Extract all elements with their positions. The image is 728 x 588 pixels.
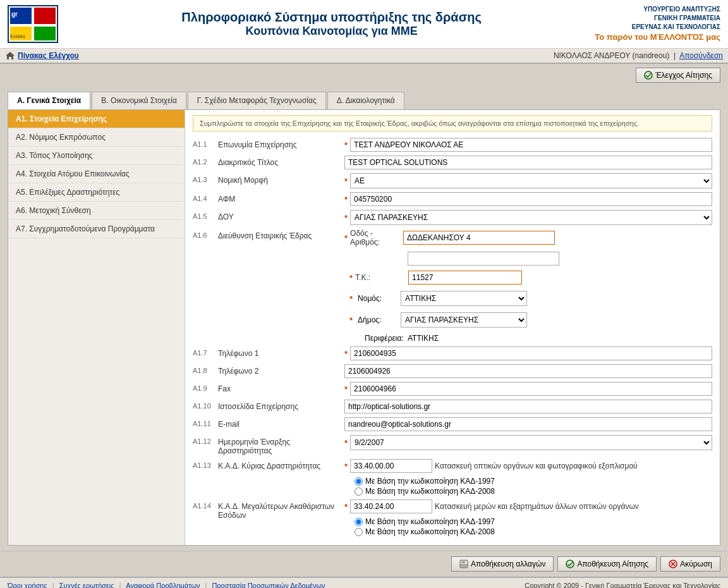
sidebar-item-A7[interactable]: Α7. Συγχρηματοδοτούμενα Προγράμματα [8, 220, 185, 238]
field-label-A1-12: Ημερομηνία Έναρξης Δραστηριότητας [218, 435, 344, 455]
required-star-A1-9: * [344, 384, 348, 394]
field-value-A1-9: * [344, 382, 712, 396]
ministry-line3: ΕΡΕΥΝΑΣ ΚΑΙ ΤΕΧΝΟΛΟΓΙΑΣ [595, 23, 720, 32]
dashboard-link[interactable]: Πίνακας Ελέγχου [18, 51, 79, 60]
check-application-button[interactable]: Έλεγχος Αίτησης [636, 68, 720, 83]
kad1-radio2-label: Με Βάση την κωδικοποίηση ΚΑΔ-2008 [365, 487, 495, 496]
field-row-A1-11: A1.11 E-mail [193, 417, 712, 431]
input-street[interactable] [403, 231, 555, 245]
field-row-A1-10: A1.10 Ιστοσελίδα Επιχείρησης [193, 400, 712, 413]
kad2-radio-group: Με Βάση την κωδικοποίηση ΚΑΔ-1997 Με Βάσ… [355, 517, 495, 536]
save-changes-button[interactable]: Αποθήκευση αλλαγών [451, 556, 554, 572]
street-label: Οδός - Αριθμός: [350, 229, 401, 247]
field-label-A1-10: Ιστοσελίδα Επιχείρησης [218, 400, 344, 411]
kad1-input-row: * Κατασκευή οπτικών οργάνων και φωτογραφ… [344, 459, 638, 473]
field-value-A1-7: * [344, 346, 712, 360]
input-A1-4[interactable] [350, 192, 712, 206]
input-A1-13[interactable] [350, 459, 432, 473]
required-star-nomos: * [349, 294, 353, 303]
kad1-radio-group: Με Βάση την κωδικοποίηση ΚΑΔ-1997 Με Βάσ… [355, 477, 495, 496]
select-dimos[interactable]: ΑΓΙΑΣ ΠΑΡΑΣΚΕΥΗΣ [401, 312, 527, 328]
field-id-A1-14: A1.14 [193, 499, 218, 510]
field-row-A1-12: A1.12 Ημερομηνία Έναρξης Δραστηριότητας … [193, 435, 712, 455]
navbar-right: ΝΙΚΟΛΑΟΣ ΑΝΔΡΕΟΥ (nandreou) | Αποσύνδεση [554, 51, 723, 60]
field-id-A1-12: A1.12 [193, 435, 218, 445]
kad2-radio2-input[interactable] [355, 528, 363, 536]
sidebar-item-A1[interactable]: Α1. Στοιχεία Επιχείρησης [8, 110, 185, 128]
input-A1-8[interactable] [344, 364, 712, 378]
sidebar-item-A2[interactable]: Α2. Νόμιμος Εκπρόσωπος [8, 128, 185, 147]
sidebar-item-A5[interactable]: Α5. Επιλέξιμες Δραστηριότητες [8, 183, 185, 202]
ministry-line2: ΓΕΝΙΚΗ ΓΡΑΜΜΑΤΕΙΑ [595, 14, 720, 23]
field-id-A1-3: A1.3 [193, 173, 218, 183]
footer-link-privacy[interactable]: Προστασία Προσωπικών Δεδομένων [212, 582, 325, 588]
save-icon [459, 560, 468, 568]
field-row-A1-9: A1.9 Fax * [193, 382, 712, 396]
logout-link[interactable]: Αποσύνδεση [679, 51, 723, 60]
required-star-A1-1: * [344, 140, 348, 150]
field-label-A1-3: Νομική Μορφή [218, 173, 344, 185]
kad2-radio1[interactable]: Με Βάση την κωδικοποίηση ΚΑΔ-1997 [355, 517, 495, 526]
field-id-A1-2: A1.2 [193, 156, 218, 166]
kad1-radio2[interactable]: Με Βάση την κωδικοποίηση ΚΑΔ-2008 [355, 487, 495, 496]
sidebar-item-A3[interactable]: Α3. Τόπος Υλοποίησης [8, 147, 185, 165]
cancel-icon [669, 560, 677, 568]
form-area: Συμπληρώστε τα στοιχεία της Επιχείρησης … [185, 110, 720, 545]
required-star-tk: * [349, 273, 353, 283]
field-id-A1-10: A1.10 [193, 400, 218, 410]
field-value-A1-3: * ΑΕ [344, 173, 712, 188]
main-tabs: Α. Γενικά Στοιχεία Β. Οικονομικά Στοιχεί… [8, 92, 720, 109]
footer-links: Όροι χρήσης | Συχνές ερωτήσεις | Αναφορά… [8, 582, 325, 588]
required-star-A1-12: * [344, 438, 348, 448]
field-id-A1-4: A1.4 [193, 192, 218, 202]
tab-b[interactable]: Β. Οικονομικά Στοιχεία [92, 92, 186, 109]
input-A1-2[interactable] [344, 156, 712, 169]
save-changes-label: Αποθήκευση αλλαγών [471, 560, 546, 568]
field-label-A1-9: Fax [218, 382, 344, 393]
input-A1-9[interactable] [350, 382, 712, 396]
kad2-radio1-input[interactable] [355, 518, 363, 526]
input-A1-10[interactable] [344, 400, 712, 413]
kad2-radio2[interactable]: Με Βάση την κωδικοποίηση ΚΑΔ-2008 [355, 527, 495, 536]
footer-link-terms[interactable]: Όροι χρήσης [8, 582, 47, 588]
field-row-A1-14: A1.14 Κ.Α.Δ. Μεγαλύτερων Ακαθάριστων Εσό… [193, 499, 712, 536]
kad1-radio1-input[interactable] [355, 477, 363, 486]
kad1-radio1[interactable]: Με Βάση την κωδικοποίηση ΚΑΔ-1997 [355, 477, 495, 486]
field-id-A1-8: A1.8 [193, 364, 218, 374]
sidebar-item-A6[interactable]: Α6. Μετοχική Σύνθεση [8, 202, 185, 220]
bottom-actions: Αποθήκευση αλλαγών Αποθήκευση Αίτησης Ακ… [0, 551, 728, 577]
tab-a[interactable]: Α. Γενικά Στοιχεία [8, 92, 90, 109]
footer-link-report[interactable]: Αναφορά Προβλημάτων [126, 582, 200, 588]
tab-c[interactable]: Γ. Σχέδιο Μεταφοράς Τεχνογνωσίας [188, 92, 326, 109]
sidebar-item-A4[interactable]: Α4. Στοιχεία Ατόμου Επικοινωνίας [8, 165, 185, 183]
input-tk[interactable] [408, 271, 522, 285]
nomos-row: * Νομός: ΑΤΤΙΚΗΣ [349, 291, 527, 306]
field-label-A1-14: Κ.Α.Δ. Μεγαλύτερων Ακαθάριστων Εσόδων [218, 499, 344, 520]
input-A1-11[interactable] [344, 417, 712, 431]
field-id-A1-6: A1.6 [193, 229, 218, 239]
input-A1-14[interactable] [350, 499, 432, 513]
tab-d[interactable]: Δ. Δικαιολογητικά [327, 92, 404, 109]
select-A1-3[interactable]: ΑΕ [350, 173, 712, 188]
field-value-A1-14: * Κατασκευή μερών και εξαρτημάτων άλλων … [344, 499, 712, 536]
save-application-label: Αποθήκευση Αίτησης [577, 560, 648, 568]
field-value-A1-4: * [344, 192, 712, 206]
input-A1-1[interactable] [350, 138, 712, 152]
cancel-button[interactable]: Ακύρωση [660, 556, 720, 572]
header: gr Ελλάδα Πληροφοριακό Σύστημα υποστήριξ… [0, 0, 728, 49]
input-A1-7[interactable] [350, 346, 712, 360]
input-street2[interactable] [408, 252, 559, 266]
select-nomos[interactable]: ΑΤΤΙΚΗΣ [401, 291, 527, 306]
perifereia-row: Περιφέρεια: ΑΤΤΙΚΗΣ [349, 334, 439, 343]
kad1-radio2-input[interactable] [355, 487, 363, 496]
svg-rect-11 [461, 560, 465, 563]
select-A1-12[interactable]: 9/2/2007 [350, 435, 712, 450]
footer-link-faq[interactable]: Συχνές ερωτήσεις [59, 582, 114, 588]
dimos-row: * Δήμος: ΑΓΙΑΣ ΠΑΡΑΣΚΕΥΗΣ [349, 312, 527, 328]
select-A1-5[interactable]: ΑΓΙΑΣ ΠΑΡΑΣΚΕΥΗΣ [350, 210, 712, 225]
field-row-A1-13: A1.13 Κ.Α.Δ. Κύριας Δραστηριότητας * Κατ… [193, 459, 712, 496]
required-star-A1-6: * [344, 233, 348, 243]
field-value-A1-1: * [344, 138, 712, 152]
field-id-A1-13: A1.13 [193, 459, 218, 469]
save-application-button[interactable]: Αποθήκευση Αίτησης [557, 556, 657, 572]
